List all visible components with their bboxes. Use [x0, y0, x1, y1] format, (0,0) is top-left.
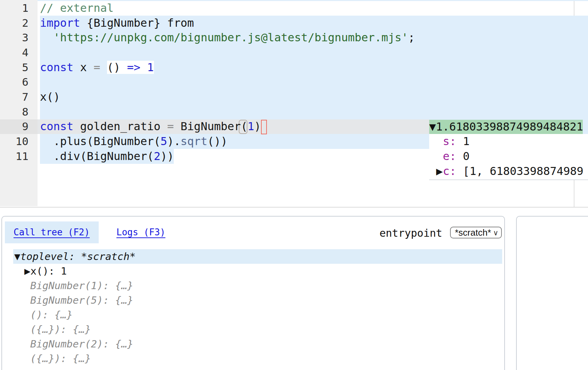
call-tree: ▼toplevel: *scratch*▶x(): 1BigNumber(1):…	[13, 249, 502, 366]
code-token: ))	[161, 150, 174, 163]
line-number: 7	[0, 90, 38, 104]
line-number: 2	[0, 16, 38, 31]
property-value: 1	[456, 135, 470, 148]
code-line[interactable]	[40, 104, 572, 119]
code-token: // external	[40, 1, 114, 15]
code-token: 'https://unpkg.com/bignumber.js@latest/b…	[54, 31, 408, 44]
code-line[interactable]: // external	[40, 1, 572, 16]
object-property-row[interactable]: e: 0	[429, 149, 588, 164]
side-panel	[516, 216, 588, 370]
code-token: import	[40, 16, 80, 30]
call-tree-label: ({…}): {…}	[30, 323, 91, 335]
entrypoint-select-value: *scratch*	[455, 227, 491, 238]
cursor-box	[261, 120, 267, 134]
call-tree-label: toplevel: *scratch*	[20, 251, 136, 262]
leporello-ide: 1234567891011 // externalimport {BigNumb…	[0, 0, 588, 370]
call-tree-label: (): {…}	[30, 309, 73, 321]
property-key: c:	[443, 165, 456, 178]
code-line[interactable]: const x = () => 1	[40, 60, 572, 75]
line-numbers: 1234567891011	[0, 1, 38, 163]
code-token: 1	[147, 61, 154, 74]
call-tree-label: BigNumber(5): {…}	[30, 294, 133, 306]
code-token: ;	[408, 31, 415, 44]
line-number: 6	[0, 75, 38, 90]
expand-triangle-icon[interactable]: ▶	[436, 165, 443, 178]
collapse-triangle-icon[interactable]: ▼	[429, 120, 436, 133]
line-number: 8	[0, 104, 38, 119]
code-line[interactable]: x()	[40, 90, 572, 104]
line-number: 10	[0, 134, 38, 149]
code-token: ())	[207, 135, 228, 148]
code-line[interactable]	[40, 45, 572, 60]
code-token: .div(BigNumber(	[40, 150, 154, 163]
property-value: [1, 61803398874989	[456, 165, 583, 178]
line-number: 9	[0, 119, 38, 134]
code-line[interactable]: import {BigNumber} from	[40, 16, 572, 31]
line-number: 1	[0, 1, 38, 16]
call-tree-panel: Call tree (F2) Logs (F3) entrypoint *scr…	[1, 216, 505, 370]
code-token	[100, 61, 107, 74]
code-token: sqrt	[181, 135, 207, 148]
call-tree-row[interactable]: (): {…}	[13, 308, 502, 322]
code-token: 2	[154, 150, 161, 163]
code-token	[140, 61, 147, 74]
code-editor[interactable]: 1234567891011 // externalimport {BigNumb…	[0, 0, 588, 207]
code-token: const	[40, 61, 73, 74]
call-tree-label: BigNumber(1): {…}	[30, 280, 133, 292]
call-tree-row[interactable]: BigNumber(2): {…}	[13, 337, 502, 351]
tab-call-tree[interactable]: Call tree (F2)	[14, 221, 90, 243]
code-token: 5	[161, 135, 167, 148]
object-property-row[interactable]: s: 1	[429, 134, 588, 149]
code-token: golden_ratio	[73, 120, 167, 133]
inline-result-number: 1.61803398874989484821	[436, 120, 583, 133]
entrypoint-select[interactable]: *scratch* ∨	[450, 227, 502, 238]
code-token: const	[40, 120, 73, 133]
call-tree-row[interactable]: ▼toplevel: *scratch*	[13, 249, 502, 264]
code-line[interactable]	[40, 75, 572, 90]
collapse-triangle-icon[interactable]: ▼	[14, 251, 20, 262]
line-number: 11	[0, 149, 38, 164]
code-token: =	[167, 120, 174, 133]
code-line[interactable]: 'https://unpkg.com/bignumber.js@latest/b…	[40, 30, 572, 45]
call-tree-row[interactable]: BigNumber(1): {…}	[13, 278, 502, 293]
call-tree-label: x(): 1	[30, 265, 67, 277]
code-token: {BigNumber} from	[80, 16, 194, 30]
code-token: 1	[247, 120, 254, 133]
call-tree-row[interactable]: BigNumber(5): {…}	[13, 293, 502, 308]
object-property-row[interactable]: ▶c: [1, 61803398874989	[429, 164, 588, 179]
property-value: 0	[456, 150, 470, 163]
inline-result-expanded-object[interactable]: s: 1 e: 0▶c: [1, 61803398874989	[429, 134, 588, 180]
editor-bottom-border	[0, 207, 588, 208]
call-tree-row[interactable]: ▶x(): 1	[13, 264, 502, 278]
line-number: 5	[0, 60, 38, 75]
indent-spacer	[436, 135, 443, 148]
indent-spacer	[436, 150, 443, 163]
call-tree-row[interactable]: ({…}): {…}	[13, 322, 502, 337]
entrypoint-label: entrypoint	[379, 226, 442, 240]
expand-triangle-icon[interactable]: ▶	[24, 265, 30, 277]
code-token: BigNumber(	[174, 120, 247, 133]
code-token: .plus(BigNumber(	[40, 135, 161, 148]
property-key: s:	[443, 135, 456, 148]
line-number: 3	[0, 30, 38, 45]
inline-result-value[interactable]: ▼1.61803398874989484821	[429, 120, 583, 134]
call-tree-label: ({…}): {…}	[30, 353, 91, 364]
code-token: ()	[107, 61, 127, 74]
line-number: 4	[0, 45, 38, 60]
code-token: =	[93, 61, 100, 74]
property-key: e:	[443, 150, 456, 163]
chevron-down-icon: ∨	[493, 228, 498, 238]
call-tree-label: BigNumber(2): {…}	[30, 338, 133, 350]
code-token: =>	[127, 61, 140, 74]
call-tree-row[interactable]: ({…}): {…}	[13, 351, 502, 366]
code-token: x()	[40, 90, 60, 103]
code-token: x	[73, 61, 93, 74]
code-token: )	[254, 120, 261, 133]
tab-logs[interactable]: Logs (F3)	[116, 221, 165, 243]
code-token	[40, 31, 54, 44]
code-token: ).	[167, 135, 181, 148]
